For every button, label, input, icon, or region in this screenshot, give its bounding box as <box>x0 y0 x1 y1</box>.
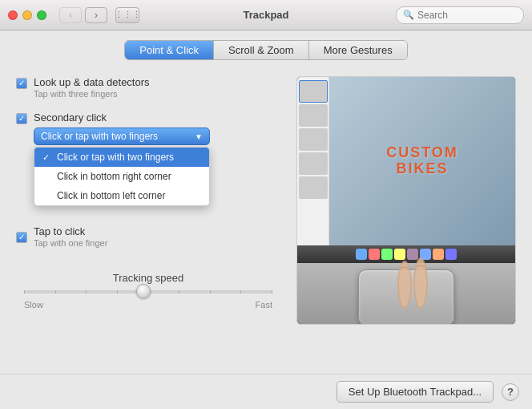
bottom-bar: Set Up Bluetooth Trackpad... ? <box>0 374 532 409</box>
slider-thumb[interactable] <box>136 284 151 298</box>
traffic-lights <box>8 10 46 20</box>
dropdown-menu: ✓ Click or tap with two fingers Click in… <box>34 147 210 206</box>
sidebar-thumb-3 <box>299 152 328 175</box>
preview-trackpad-area <box>297 263 515 325</box>
check-icon: ✓ <box>18 79 25 87</box>
sidebar-thumb-4 <box>299 176 328 199</box>
hand-icon <box>381 253 445 325</box>
preview-screen: CUSTOM BIKES <box>297 77 515 245</box>
tab-point-click[interactable]: Point & Click <box>125 41 214 59</box>
lookup-option: ✓ Look up & data detectors Tap with thre… <box>16 76 280 99</box>
dropdown-item-label-0: Click or tap with two fingers <box>57 152 174 163</box>
tap-title: Tap to click <box>34 225 107 237</box>
back-button[interactable]: ‹ <box>59 7 82 23</box>
preview-main: CUSTOM BIKES <box>329 77 515 245</box>
secondary-title: Secondary click <box>34 111 107 124</box>
tick-3 <box>117 290 118 294</box>
slider-container: Slow Fast <box>24 290 272 310</box>
tick-7 <box>240 290 241 294</box>
dropdown-item-1[interactable]: Click in bottom right corner <box>34 167 209 186</box>
dropdown-container: Click or tap with two fingers ▼ ✓ Click … <box>34 128 280 145</box>
dropdown-item-2[interactable]: Click in bottom left corner <box>34 186 209 205</box>
sidebar-thumb-1 <box>299 104 328 127</box>
tap-subtitle: Tap with one finger <box>34 238 107 248</box>
tap-checkbox[interactable]: ✓ <box>16 232 27 243</box>
secondary-click-dropdown[interactable]: Click or tap with two fingers ▼ <box>34 128 210 145</box>
fast-label: Fast <box>256 300 272 310</box>
slow-label: Slow <box>24 300 43 310</box>
tap-to-click-option: ✓ Tap to click Tap with one finger <box>16 225 280 248</box>
window-title: Trackpad <box>243 9 288 21</box>
secondary-click-section: ✓ Secondary click Click or tap with two … <box>16 111 280 145</box>
tab-more-gestures[interactable]: More Gestures <box>309 41 407 59</box>
lookup-title: Look up & data detectors <box>34 76 150 88</box>
sidebar-thumb-0 <box>299 80 328 103</box>
tracking-section: Tracking speed <box>16 272 280 310</box>
lookup-label: Look up & data detectors Tap with three … <box>34 76 150 99</box>
svg-point-3 <box>415 259 426 307</box>
close-button[interactable] <box>8 10 18 20</box>
tab-scroll-zoom[interactable]: Scroll & Zoom <box>214 41 309 59</box>
dropdown-selected-label: Click or tap with two fingers <box>41 131 158 142</box>
lookup-subtitle: Tap with three fingers <box>34 89 150 99</box>
sidebar-thumb-2 <box>299 128 328 151</box>
preview-bike-text: CUSTOM BIKES <box>386 145 458 177</box>
search-input[interactable] <box>417 10 522 21</box>
left-panel: ✓ Look up & data detectors Tap with thre… <box>16 76 280 325</box>
grid-button[interactable]: ⋮⋮⋮ <box>115 7 139 23</box>
tick-8 <box>272 290 272 294</box>
search-box[interactable]: 🔍 <box>396 6 524 24</box>
dock-icon-0 <box>356 249 367 260</box>
tick-5 <box>179 290 179 294</box>
search-icon: 🔍 <box>403 10 414 20</box>
segmented-control: Point & Click Scroll & Zoom More Gesture… <box>124 40 407 60</box>
dropdown-item-label-2: Click in bottom left corner <box>57 190 165 201</box>
dock-icon-7 <box>445 249 457 260</box>
tap-label: Tap to click Tap with one finger <box>34 225 107 248</box>
dock-icon-1 <box>369 249 380 260</box>
check-icon-3: ✓ <box>18 233 25 241</box>
preview-sidebar <box>297 77 329 245</box>
content-area: ✓ Look up & data detectors Tap with thre… <box>0 68 532 333</box>
forward-button[interactable]: › <box>85 7 107 23</box>
tick-0 <box>24 290 25 294</box>
preview-content: CUSTOM BIKES <box>297 77 515 245</box>
slider-track <box>24 290 272 294</box>
dropdown-item-label-1: Click in bottom right corner <box>57 171 171 182</box>
lookup-checkbox[interactable]: ✓ <box>16 78 27 89</box>
tick-2 <box>86 290 87 294</box>
secondary-header: ✓ Secondary click <box>16 111 280 124</box>
tracking-title: Tracking speed <box>16 272 280 284</box>
help-button[interactable]: ? <box>502 383 519 401</box>
slider-labels: Slow Fast <box>24 300 272 310</box>
right-panel: CUSTOM BIKES <box>296 76 516 325</box>
trackpad <box>358 269 454 325</box>
secondary-checkbox[interactable]: ✓ <box>16 113 27 124</box>
selected-check-icon: ✓ <box>42 152 52 163</box>
titlebar: ‹ › ⋮⋮⋮ Trackpad 🔍 <box>0 0 532 30</box>
nav-buttons: ‹ › <box>59 7 107 23</box>
tabs-bar: Point & Click Scroll & Zoom More Gesture… <box>0 30 532 68</box>
tick-1 <box>55 290 56 294</box>
tick-6 <box>210 290 211 294</box>
bluetooth-setup-button[interactable]: Set Up Bluetooth Trackpad... <box>337 381 494 403</box>
check-icon-2: ✓ <box>18 115 25 123</box>
chevron-down-icon: ▼ <box>195 132 203 141</box>
dropdown-item-0[interactable]: ✓ Click or tap with two fingers <box>34 148 209 167</box>
svg-point-2 <box>399 262 410 307</box>
maximize-button[interactable] <box>37 10 46 20</box>
minimize-button[interactable] <box>22 10 32 20</box>
